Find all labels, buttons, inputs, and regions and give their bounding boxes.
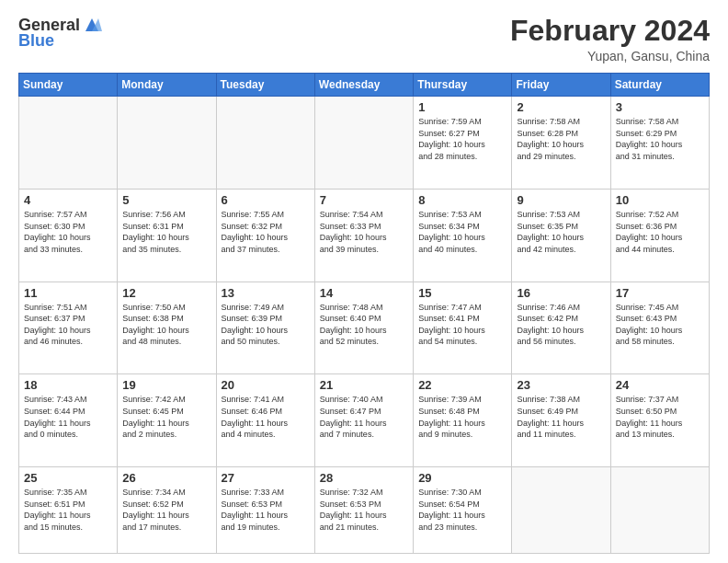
calendar-header-row: SundayMondayTuesdayWednesdayThursdayFrid…: [19, 74, 710, 97]
table-row: 4Sunrise: 7:57 AM Sunset: 6:30 PM Daylig…: [19, 189, 118, 282]
logo-icon: [82, 15, 102, 35]
table-row: 5Sunrise: 7:56 AM Sunset: 6:31 PM Daylig…: [118, 189, 216, 282]
day-info: Sunrise: 7:53 AM Sunset: 6:34 PM Dayligh…: [418, 209, 506, 255]
table-row: 22Sunrise: 7:39 AM Sunset: 6:48 PM Dayli…: [414, 374, 512, 467]
table-row: 19Sunrise: 7:42 AM Sunset: 6:45 PM Dayli…: [118, 374, 216, 467]
calendar-header-monday: Monday: [118, 74, 216, 97]
day-number: 3: [616, 100, 704, 114]
table-row: [610, 467, 709, 554]
day-number: 7: [320, 193, 408, 207]
table-row: 20Sunrise: 7:41 AM Sunset: 6:46 PM Dayli…: [216, 374, 314, 467]
day-info: Sunrise: 7:51 AM Sunset: 6:37 PM Dayligh…: [24, 302, 112, 348]
day-number: 25: [24, 471, 112, 485]
month-year: February 2024: [510, 15, 710, 47]
table-row: 21Sunrise: 7:40 AM Sunset: 6:47 PM Dayli…: [314, 374, 413, 467]
table-row: 13Sunrise: 7:49 AM Sunset: 6:39 PM Dayli…: [216, 282, 314, 374]
day-number: 6: [222, 193, 310, 207]
calendar-week-row: 1Sunrise: 7:59 AM Sunset: 6:27 PM Daylig…: [19, 97, 710, 190]
table-row: [19, 97, 118, 190]
day-info: Sunrise: 7:33 AM Sunset: 6:53 PM Dayligh…: [222, 487, 310, 533]
day-info: Sunrise: 7:58 AM Sunset: 6:29 PM Dayligh…: [616, 116, 704, 162]
day-number: 20: [222, 378, 310, 392]
day-number: 19: [122, 378, 210, 392]
table-row: [118, 97, 216, 190]
table-row: 16Sunrise: 7:46 AM Sunset: 6:42 PM Dayli…: [512, 282, 610, 374]
table-row: 10Sunrise: 7:52 AM Sunset: 6:36 PM Dayli…: [610, 189, 709, 282]
table-row: 24Sunrise: 7:37 AM Sunset: 6:50 PM Dayli…: [610, 374, 709, 467]
calendar-week-row: 25Sunrise: 7:35 AM Sunset: 6:51 PM Dayli…: [19, 467, 710, 554]
table-row: 23Sunrise: 7:38 AM Sunset: 6:49 PM Dayli…: [512, 374, 610, 467]
day-number: 8: [418, 193, 506, 207]
day-number: 26: [122, 471, 210, 485]
day-number: 24: [616, 378, 704, 392]
day-number: 5: [122, 193, 210, 207]
table-row: 26Sunrise: 7:34 AM Sunset: 6:52 PM Dayli…: [118, 467, 216, 554]
table-row: 25Sunrise: 7:35 AM Sunset: 6:51 PM Dayli…: [19, 467, 118, 554]
day-info: Sunrise: 7:32 AM Sunset: 6:53 PM Dayligh…: [320, 487, 408, 533]
page: General Blue February 2024 Yupan, Gansu,…: [0, 0, 728, 563]
day-info: Sunrise: 7:34 AM Sunset: 6:52 PM Dayligh…: [122, 487, 210, 533]
table-row: 27Sunrise: 7:33 AM Sunset: 6:53 PM Dayli…: [216, 467, 314, 554]
day-info: Sunrise: 7:45 AM Sunset: 6:43 PM Dayligh…: [616, 302, 704, 348]
table-row: 3Sunrise: 7:58 AM Sunset: 6:29 PM Daylig…: [610, 97, 709, 190]
table-row: 11Sunrise: 7:51 AM Sunset: 6:37 PM Dayli…: [19, 282, 118, 374]
day-info: Sunrise: 7:42 AM Sunset: 6:45 PM Dayligh…: [122, 394, 210, 440]
day-info: Sunrise: 7:49 AM Sunset: 6:39 PM Dayligh…: [222, 302, 310, 348]
table-row: 12Sunrise: 7:50 AM Sunset: 6:38 PM Dayli…: [118, 282, 216, 374]
title-block: February 2024 Yupan, Gansu, China: [510, 15, 710, 63]
day-number: 14: [320, 286, 408, 300]
day-info: Sunrise: 7:59 AM Sunset: 6:27 PM Dayligh…: [418, 116, 506, 162]
day-info: Sunrise: 7:38 AM Sunset: 6:49 PM Dayligh…: [517, 394, 605, 440]
table-row: [512, 467, 610, 554]
day-number: 18: [24, 378, 112, 392]
table-row: 15Sunrise: 7:47 AM Sunset: 6:41 PM Dayli…: [414, 282, 512, 374]
day-info: Sunrise: 7:53 AM Sunset: 6:35 PM Dayligh…: [517, 209, 605, 255]
day-info: Sunrise: 7:39 AM Sunset: 6:48 PM Dayligh…: [418, 394, 506, 440]
table-row: 8Sunrise: 7:53 AM Sunset: 6:34 PM Daylig…: [414, 189, 512, 282]
day-number: 10: [616, 193, 704, 207]
day-info: Sunrise: 7:40 AM Sunset: 6:47 PM Dayligh…: [320, 394, 408, 440]
day-info: Sunrise: 7:46 AM Sunset: 6:42 PM Dayligh…: [517, 302, 605, 348]
table-row: [216, 97, 314, 190]
calendar-week-row: 4Sunrise: 7:57 AM Sunset: 6:30 PM Daylig…: [19, 189, 710, 282]
day-info: Sunrise: 7:43 AM Sunset: 6:44 PM Dayligh…: [24, 394, 112, 440]
location: Yupan, Gansu, China: [510, 49, 710, 63]
day-number: 15: [418, 286, 506, 300]
day-number: 28: [320, 471, 408, 485]
day-info: Sunrise: 7:37 AM Sunset: 6:50 PM Dayligh…: [616, 394, 704, 440]
day-number: 1: [418, 100, 506, 114]
day-number: 17: [616, 286, 704, 300]
day-number: 9: [517, 193, 605, 207]
day-info: Sunrise: 7:35 AM Sunset: 6:51 PM Dayligh…: [24, 487, 112, 533]
calendar-table: SundayMondayTuesdayWednesdayThursdayFrid…: [18, 73, 710, 554]
table-row: 6Sunrise: 7:55 AM Sunset: 6:32 PM Daylig…: [216, 189, 314, 282]
day-info: Sunrise: 7:54 AM Sunset: 6:33 PM Dayligh…: [320, 209, 408, 255]
table-row: 28Sunrise: 7:32 AM Sunset: 6:53 PM Dayli…: [314, 467, 413, 554]
calendar-header-wednesday: Wednesday: [314, 74, 413, 97]
calendar-header-sunday: Sunday: [19, 74, 118, 97]
day-number: 11: [24, 286, 112, 300]
day-number: 12: [122, 286, 210, 300]
calendar-header-tuesday: Tuesday: [216, 74, 314, 97]
table-row: 29Sunrise: 7:30 AM Sunset: 6:54 PM Dayli…: [414, 467, 512, 554]
day-info: Sunrise: 7:47 AM Sunset: 6:41 PM Dayligh…: [418, 302, 506, 348]
table-row: 7Sunrise: 7:54 AM Sunset: 6:33 PM Daylig…: [314, 189, 413, 282]
calendar-week-row: 11Sunrise: 7:51 AM Sunset: 6:37 PM Dayli…: [19, 282, 710, 374]
day-number: 21: [320, 378, 408, 392]
table-row: [314, 97, 413, 190]
table-row: 2Sunrise: 7:58 AM Sunset: 6:28 PM Daylig…: [512, 97, 610, 190]
header: General Blue February 2024 Yupan, Gansu,…: [18, 15, 710, 63]
day-number: 13: [222, 286, 310, 300]
day-info: Sunrise: 7:58 AM Sunset: 6:28 PM Dayligh…: [517, 116, 605, 162]
day-number: 29: [418, 471, 506, 485]
day-info: Sunrise: 7:30 AM Sunset: 6:54 PM Dayligh…: [418, 487, 506, 533]
day-number: 23: [517, 378, 605, 392]
table-row: 1Sunrise: 7:59 AM Sunset: 6:27 PM Daylig…: [414, 97, 512, 190]
day-info: Sunrise: 7:55 AM Sunset: 6:32 PM Dayligh…: [222, 209, 310, 255]
logo: General Blue: [18, 15, 102, 51]
table-row: 9Sunrise: 7:53 AM Sunset: 6:35 PM Daylig…: [512, 189, 610, 282]
table-row: 14Sunrise: 7:48 AM Sunset: 6:40 PM Dayli…: [314, 282, 413, 374]
day-info: Sunrise: 7:48 AM Sunset: 6:40 PM Dayligh…: [320, 302, 408, 348]
day-info: Sunrise: 7:56 AM Sunset: 6:31 PM Dayligh…: [122, 209, 210, 255]
day-info: Sunrise: 7:52 AM Sunset: 6:36 PM Dayligh…: [616, 209, 704, 255]
